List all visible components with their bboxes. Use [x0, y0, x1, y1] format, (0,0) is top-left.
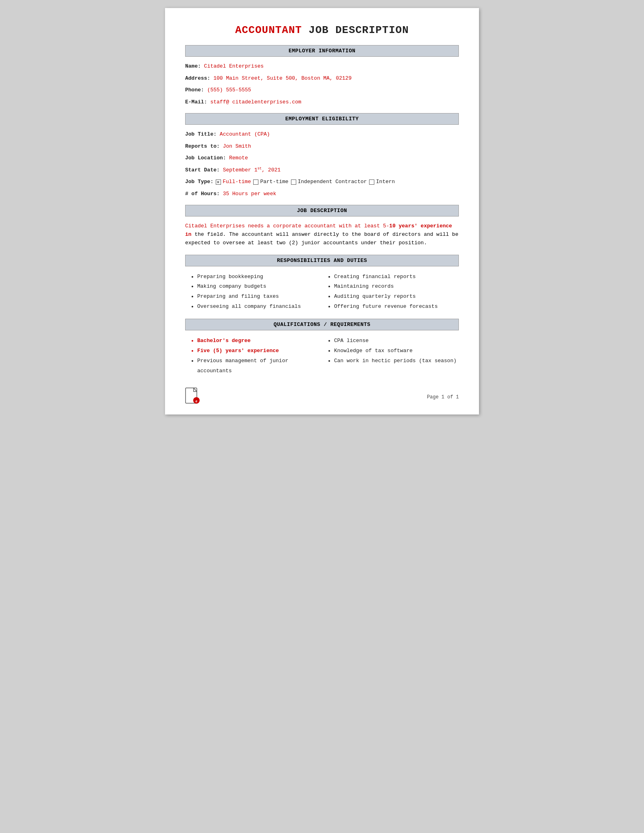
employer-address-row: Address: 100 Main Street, Suite 500, Bos…	[185, 74, 459, 82]
job-desc-text: Citadel Enterprises needs a corporate ac…	[185, 222, 459, 247]
responsibilities-right-list: Creating financial reports Maintaining r…	[326, 272, 459, 312]
email-label: E-Mail:	[185, 99, 210, 105]
responsibilities-section: RESPONSIBILITIES AND DUTIES Preparing bo…	[185, 255, 459, 312]
start-date-label: Start Date:	[185, 167, 223, 173]
job-title-label: Job Title:	[185, 131, 220, 137]
parttime-checkbox	[253, 179, 258, 185]
qualifications-right-col: CPA license Knowledge of tax software Ca…	[322, 336, 459, 376]
list-item: Can work in hectic periods (tax season)	[334, 356, 459, 366]
qualifications-left-list: Bachelor's degree Five (5) years' experi…	[189, 336, 322, 376]
job-location-label: Job Location:	[185, 155, 229, 161]
job-title-row: Job Title: Accountant (CPA)	[185, 130, 459, 138]
responsibilities-header: RESPONSIBILITIES AND DUTIES	[185, 255, 459, 266]
start-date-value: September 1st, 2021	[223, 167, 281, 173]
list-item: Overseeing all company financials	[197, 302, 322, 312]
job-type-contractor: Independent Contractor	[291, 178, 367, 186]
list-item: Auditing quarterly reports	[334, 292, 459, 302]
responsibilities-left-col: Preparing bookkeeping Making company bud…	[185, 272, 322, 312]
title-rest: JOB DESCRIPTION	[302, 24, 409, 36]
list-item: Making company budgets	[197, 282, 322, 292]
employer-section-header: EMPLOYER INFORMATION	[185, 45, 459, 57]
list-item: Knowledge of tax software	[334, 346, 459, 356]
job-description-section: JOB DESCRIPTION Citadel Enterprises need…	[185, 205, 459, 247]
job-location-value: Remote	[229, 155, 248, 161]
fulltime-checkbox	[216, 179, 221, 185]
job-title-value: Accountant (CPA)	[220, 131, 270, 137]
qualifications-list: Bachelor's degree Five (5) years' experi…	[185, 336, 459, 376]
list-item: CPA license	[334, 336, 459, 346]
job-type-label: Job Type:	[185, 178, 213, 186]
job-type-row: Job Type: Full-time Part-time Independen…	[185, 178, 459, 186]
reports-to-value: Jon Smith	[223, 143, 251, 149]
hours-label: # of Hours:	[185, 191, 223, 197]
footer: e Page 1 of 1	[185, 388, 459, 406]
list-item: Preparing bookkeeping	[197, 272, 322, 282]
email-value: staff@ citadelenterprises.com	[210, 99, 301, 105]
job-desc-part2: the field. The accountant will answer di…	[185, 231, 458, 246]
list-item: Five (5) years' experience	[197, 346, 322, 356]
job-type-parttime: Part-time	[253, 178, 288, 186]
employer-section: EMPLOYER INFORMATION Name: Citadel Enter…	[185, 45, 459, 106]
eligibility-section-header: EMPLOYMENT ELIGIBILITY	[185, 113, 459, 125]
qualifications-section: QUALIFICATIONS / REQUIREMENTS Bachelor's…	[185, 319, 459, 376]
list-item: Maintaining records	[334, 282, 459, 292]
list-item: Preparing and filing taxes	[197, 292, 322, 302]
qualifications-left-col: Bachelor's degree Five (5) years' experi…	[185, 336, 322, 376]
responsibilities-list: Preparing bookkeeping Making company bud…	[185, 272, 459, 312]
phone-label: Phone:	[185, 87, 207, 93]
list-item: Creating financial reports	[334, 272, 459, 282]
eligibility-section: EMPLOYMENT ELIGIBILITY Job Title: Accoun…	[185, 113, 459, 198]
qualifications-header: QUALIFICATIONS / REQUIREMENTS	[185, 319, 459, 330]
intern-checkbox	[369, 179, 374, 185]
list-item: Previous management of junior accountant…	[197, 356, 322, 376]
responsibilities-left-list: Preparing bookkeeping Making company bud…	[189, 272, 322, 312]
start-date-row: Start Date: September 1st, 2021	[185, 166, 459, 174]
address-label: Address:	[185, 75, 213, 81]
footer-icon: e	[185, 388, 200, 406]
job-desc-header: JOB DESCRIPTION	[185, 205, 459, 216]
hours-value: 35 Hours per week	[223, 191, 277, 197]
list-item: Offering future revenue forecasts	[334, 302, 459, 312]
job-type-fulltime: Full-time	[216, 178, 251, 186]
svg-text:e: e	[196, 398, 198, 403]
address-value: 100 Main Street, Suite 500, Boston MA, 0…	[213, 75, 351, 81]
phone-value: (555) 555-5555	[207, 87, 251, 93]
reports-to-row: Reports to: Jon Smith	[185, 142, 459, 151]
document-page: ACCOUNTANT JOB DESCRIPTION EMPLOYER INFO…	[165, 8, 479, 414]
footer-page-label: Page 1 of 1	[427, 394, 459, 400]
job-type-intern: Intern	[369, 178, 395, 186]
list-item: Bachelor's degree	[197, 336, 322, 346]
responsibilities-right-col: Creating financial reports Maintaining r…	[322, 272, 459, 312]
hours-row: # of Hours: 35 Hours per week	[185, 190, 459, 198]
name-value: Citadel Enterprises	[204, 63, 264, 69]
reports-to-label: Reports to:	[185, 143, 223, 149]
job-desc-part1: Citadel Enterprises needs a corporate ac…	[185, 223, 389, 229]
contractor-checkbox	[291, 179, 296, 185]
employer-name-row: Name: Citadel Enterprises	[185, 62, 459, 70]
name-label: Name:	[185, 63, 204, 69]
employer-phone-row: Phone: (555) 555-5555	[185, 86, 459, 94]
employer-email-row: E-Mail: staff@ citadelenterprises.com	[185, 98, 459, 106]
job-location-row: Job Location: Remote	[185, 154, 459, 162]
page-title: ACCOUNTANT JOB DESCRIPTION	[185, 24, 459, 36]
title-accountant: ACCOUNTANT	[235, 24, 302, 36]
qualifications-right-list: CPA license Knowledge of tax software Ca…	[326, 336, 459, 366]
